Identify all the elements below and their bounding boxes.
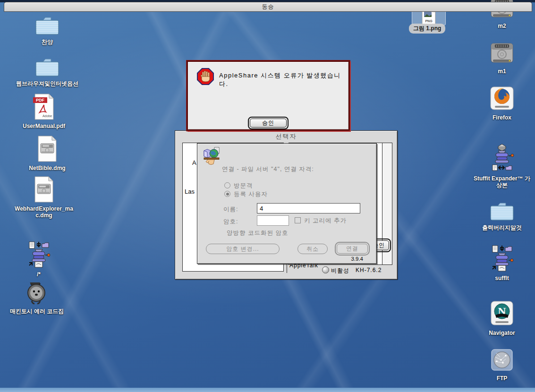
device-list-item-fragment: A xyxy=(192,159,196,166)
encryption-note: 양방향 코드화된 암호 xyxy=(227,229,288,237)
folder-icon xyxy=(489,201,515,223)
icon-label: Stuffit Expander™ 가상본 xyxy=(473,175,531,188)
desktop-icon-suffit[interactable]: suffIt xyxy=(481,245,523,281)
folder-icon xyxy=(34,15,60,38)
disk-image-icon xyxy=(34,176,54,205)
change-password-button[interactable]: 암호 변경... xyxy=(206,244,280,254)
icon-label: /* xyxy=(37,271,41,278)
desktop-icon-ftp[interactable]: FTP xyxy=(481,348,523,382)
icon-label: Navigator xyxy=(489,330,515,336)
icon-label: NetBible.dmg xyxy=(29,165,65,171)
icon-label: FTP xyxy=(497,375,508,382)
appleshare-icon xyxy=(202,146,222,168)
desktop-icon-firefox[interactable]: Firefox xyxy=(481,86,523,121)
svg-text:PNG: PNG xyxy=(425,19,433,23)
icon-label: m1 xyxy=(498,68,506,75)
window-title: 동승 xyxy=(262,3,274,11)
icon-label: WebhardExplorer_mac.dmg xyxy=(13,205,75,219)
svg-text:Adobe: Adobe xyxy=(42,114,52,118)
appleshare-connect-dialog[interactable]: 연결 - 파일 서버 "4", 연결 자격: 방문객 등록 사용자 이름: 암호… xyxy=(197,143,377,264)
navigator-icon: N xyxy=(489,300,515,329)
bottom-light-strip xyxy=(0,388,535,392)
window-title-bar[interactable]: 동승 xyxy=(4,2,532,12)
guest-radio[interactable] xyxy=(224,182,230,188)
desktop-icon-output-folder[interactable]: 출력버리지말것 xyxy=(478,201,526,231)
svg-text:PDF: PDF xyxy=(36,98,45,102)
desktop: PNG 그림 1.png 동승 찬양 웹브라우져및인터 xyxy=(0,0,535,392)
hard-drive-icon xyxy=(489,41,515,67)
desktop-icon-webhardexplorer-dmg[interactable]: WebhardExplorer_mac.dmg xyxy=(13,176,75,219)
disk-image-icon xyxy=(37,136,58,164)
keychain-checkbox-label[interactable]: 키 고리에 추가 xyxy=(304,217,347,225)
desktop-icon-stuffit-expander[interactable]: Stuffit Expander™ 가상본 xyxy=(473,143,531,188)
password-label: 암호: xyxy=(223,218,238,226)
appletalk-inactive-label: 비활성 xyxy=(331,267,349,275)
keychain-checkbox[interactable] xyxy=(295,217,301,223)
icon-label: UserManual.pdf xyxy=(23,123,65,129)
desktop-icon-netbible-dmg[interactable]: NetBible.dmg xyxy=(26,136,68,171)
creature-icon xyxy=(25,280,49,307)
folder-icon xyxy=(34,57,60,79)
desktop-icon-chanyang[interactable]: 찬양 xyxy=(26,15,68,45)
connect-dialog-header: 연결 - 파일 서버 "4", 연결 자격: xyxy=(222,165,314,173)
registered-user-radio[interactable] xyxy=(224,191,230,197)
password-input[interactable] xyxy=(257,215,289,226)
chooser-version: KH-7.6.2 xyxy=(356,267,382,273)
desktop-icon-navigator[interactable]: N Navigator xyxy=(478,300,526,336)
device-list-item-fragment: Las xyxy=(185,188,195,195)
desktop-icon-usermanual-pdf[interactable]: PDF Adobe UserManual.pdf xyxy=(23,94,65,129)
connect-dialog-version: 3.9.4 xyxy=(351,256,363,262)
cancel-button[interactable]: 취소 xyxy=(297,244,328,254)
icon-label: 찬양 xyxy=(42,39,53,45)
stop-hand-icon xyxy=(196,68,214,87)
icon-label: 출력버리지말것 xyxy=(482,224,522,231)
desktop-icon-slash-star-alias[interactable]: /* xyxy=(20,241,58,278)
error-message: AppleShare 시스템 오류가 발생했습니다. xyxy=(219,71,342,88)
selected-file-label[interactable]: 그림 1.png xyxy=(409,24,445,34)
desktop-icon-m1[interactable]: m1 xyxy=(481,41,523,75)
ftp-globe-cube-icon xyxy=(490,348,514,374)
desktop-icon-mac-error-codes[interactable]: 매킨토시 에러 코드집 xyxy=(4,280,70,315)
error-ok-button[interactable]: 승인 xyxy=(248,117,289,129)
name-label: 이름: xyxy=(223,205,238,213)
name-input[interactable] xyxy=(257,203,360,213)
chooser-window-title: 선택자 xyxy=(175,132,397,141)
guest-radio-label[interactable]: 방문객 xyxy=(234,182,253,190)
firefox-icon xyxy=(489,86,515,113)
icon-label: Firefox xyxy=(493,114,511,121)
connect-button[interactable]: 연결 xyxy=(335,242,370,256)
appletalk-inactive-radio[interactable] xyxy=(322,266,329,273)
registered-user-radio-label[interactable]: 등록 사용자 xyxy=(234,190,268,198)
desktop-icon-web-browser-folder[interactable]: 웹브라우져및인터넷옵션 xyxy=(9,57,85,87)
pdf-file-icon: PDF Adobe xyxy=(33,94,55,122)
icon-label: m2 xyxy=(498,23,506,29)
icon-label: suffIt xyxy=(495,275,509,281)
appleshare-error-dialog[interactable]: AppleShare 시스템 오류가 발생했습니다. 승인 xyxy=(187,60,350,131)
stuffit-expander-icon xyxy=(26,241,51,270)
stuffit-expander-icon xyxy=(489,143,515,174)
stuffit-expander-icon xyxy=(490,245,514,274)
icon-label: 웹브라우져및인터넷옵션 xyxy=(16,80,78,87)
icon-label: 매킨토시 에러 코드집 xyxy=(10,308,64,315)
